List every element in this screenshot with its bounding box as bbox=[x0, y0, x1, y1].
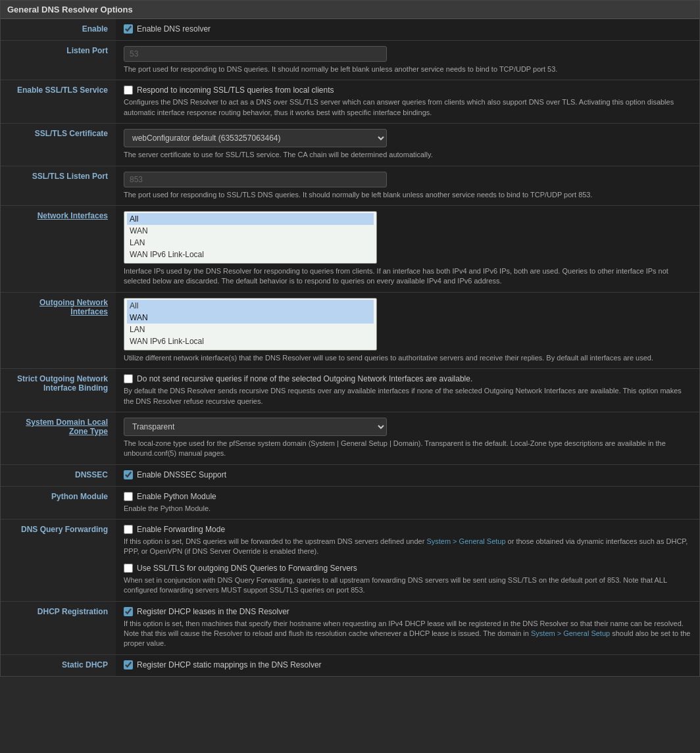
help-ssl-cert: The server certificate to use for SSL/TL… bbox=[124, 150, 691, 160]
listbox-outgoing-network-interfaces[interactable]: All WAN LAN WAN IPv6 Link-Local LAN IPv6… bbox=[124, 298, 377, 351]
select-ssl-cert[interactable]: webConfigurator default (6353257063464) bbox=[124, 129, 387, 147]
label-ssl-tls-service: Enable SSL/TLS Service bbox=[1, 80, 116, 124]
help-dhcp-registration: If this option is set, then machines tha… bbox=[124, 619, 691, 649]
label-dhcp-registration: DHCP Registration bbox=[1, 601, 116, 654]
help-ssl-listen-port: The port used for responding to SSL/TLS … bbox=[124, 190, 691, 200]
input-listen-port[interactable] bbox=[124, 46, 387, 62]
panel-title: General DNS Resolver Options bbox=[1, 1, 699, 19]
content-enable: Enable DNS resolver bbox=[116, 19, 699, 41]
label-system-domain-zone: System Domain LocalZone Type bbox=[1, 412, 116, 464]
checkbox-static-dhcp[interactable] bbox=[124, 660, 133, 669]
label-dns-query-forwarding: DNS Query Forwarding bbox=[1, 520, 116, 602]
content-network-interfaces: All WAN LAN WAN IPv6 Link-Local LAN IPv6… bbox=[116, 205, 699, 292]
help-ssl-tls: Configures the DNS Resolver to act as a … bbox=[124, 97, 691, 118]
dns-resolver-options-panel: General DNS Resolver Options Enable Enab… bbox=[0, 0, 700, 677]
label-strict-outgoing: Strict Outgoing Network Interface Bindin… bbox=[1, 369, 116, 412]
checkbox-static-dhcp-label: Register DHCP static mappings in the DNS… bbox=[137, 660, 322, 669]
content-outgoing-network-interfaces: All WAN LAN WAN IPv6 Link-Local LAN IPv6… bbox=[116, 292, 699, 368]
link-system-general-setup[interactable]: System > General Setup bbox=[426, 537, 505, 545]
link-network-interfaces[interactable]: Network Interfaces bbox=[38, 211, 108, 220]
content-ssl-tls-service: Respond to incoming SSL/TLS queries from… bbox=[116, 80, 699, 124]
label-enable: Enable bbox=[1, 19, 116, 41]
content-dnssec: Enable DNSSEC Support bbox=[116, 464, 699, 486]
content-ssl-listen-port: The port used for responding to SSL/TLS … bbox=[116, 166, 699, 205]
help-outgoing-network-interfaces: Utilize different network interface(s) t… bbox=[124, 353, 691, 363]
label-dnssec: DNSSEC bbox=[1, 464, 116, 486]
row-enable: Enable Enable DNS resolver bbox=[1, 19, 699, 41]
input-ssl-listen-port[interactable] bbox=[124, 172, 387, 187]
label-ssl-listen-port: SSL/TLS Listen Port bbox=[1, 166, 116, 205]
checkbox-strict-outgoing[interactable] bbox=[124, 374, 133, 383]
row-system-domain-zone: System Domain LocalZone Type Transparent… bbox=[1, 412, 699, 464]
listbox-network-interfaces[interactable]: All WAN LAN WAN IPv6 Link-Local LAN IPv6… bbox=[124, 211, 377, 264]
checkbox-enable-dns-label: Enable DNS resolver bbox=[137, 24, 211, 34]
checkbox-enable-dns[interactable] bbox=[124, 24, 133, 34]
content-ssl-cert: webConfigurator default (6353257063464) … bbox=[116, 124, 699, 166]
row-outgoing-network-interfaces: Outgoing NetworkInterfaces All WAN LAN W… bbox=[1, 292, 699, 368]
row-dns-query-forwarding: DNS Query Forwarding Enable Forwarding M… bbox=[1, 520, 699, 602]
row-ssl-tls-service: Enable SSL/TLS Service Respond to incomi… bbox=[1, 80, 699, 124]
checkbox-dnssec-label: Enable DNSSEC Support bbox=[137, 470, 226, 479]
label-listen-port: Listen Port bbox=[1, 41, 116, 80]
checkbox-ssl-tls-label: Respond to incoming SSL/TLS queries from… bbox=[137, 85, 334, 95]
label-ssl-cert: SSL/TLS Certificate bbox=[1, 124, 116, 166]
select-system-domain-zone[interactable]: Transparent Static Typetransparent Redir… bbox=[124, 418, 387, 436]
row-network-interfaces: Network Interfaces All WAN LAN WAN IPv6 … bbox=[1, 205, 699, 292]
row-ssl-listen-port: SSL/TLS Listen Port The port used for re… bbox=[1, 166, 699, 205]
row-listen-port: Listen Port The port used for responding… bbox=[1, 41, 699, 80]
help-network-interfaces: Interface IPs used by the DNS Resolver f… bbox=[124, 266, 691, 287]
row-ssl-cert: SSL/TLS Certificate webConfigurator defa… bbox=[1, 124, 699, 166]
label-network-interfaces: Network Interfaces bbox=[1, 205, 116, 292]
content-dns-query-forwarding: Enable Forwarding Mode If this option is… bbox=[116, 520, 699, 602]
help-strict-outgoing: By default the DNS Resolver sends recurs… bbox=[124, 386, 691, 406]
checkbox-ssl-tls-forwarding[interactable] bbox=[124, 564, 133, 573]
checkbox-ssl-tls-forwarding-label: Use SSL/TLS for outgoing DNS Queries to … bbox=[137, 564, 357, 573]
content-listen-port: The port used for responding to DNS quer… bbox=[116, 41, 699, 80]
help-python-module: Enable the Python Module. bbox=[124, 504, 691, 514]
content-dhcp-registration: Register DHCP leases in the DNS Resolver… bbox=[116, 601, 699, 654]
help-dns-query-forwarding: If this option is set, DNS queries will … bbox=[124, 537, 691, 557]
label-python-module: Python Module bbox=[1, 486, 116, 519]
row-dnssec: DNSSEC Enable DNSSEC Support bbox=[1, 464, 699, 486]
checkbox-forwarding-mode-label: Enable Forwarding Mode bbox=[137, 525, 225, 534]
content-system-domain-zone: Transparent Static Typetransparent Redir… bbox=[116, 412, 699, 464]
link-system-general-setup-dhcp[interactable]: System > General Setup bbox=[531, 629, 610, 637]
content-python-module: Enable Python Module Enable the Python M… bbox=[116, 486, 699, 519]
checkbox-dhcp-registration-label: Register DHCP leases in the DNS Resolver bbox=[137, 607, 289, 616]
checkbox-forwarding-mode[interactable] bbox=[124, 525, 133, 534]
checkbox-dhcp-registration[interactable] bbox=[124, 607, 133, 616]
help-ssl-tls-forwarding: When set in conjunction with DNS Query F… bbox=[124, 575, 691, 596]
row-strict-outgoing: Strict Outgoing Network Interface Bindin… bbox=[1, 369, 699, 412]
link-outgoing-network-interfaces[interactable]: Outgoing NetworkInterfaces bbox=[39, 298, 108, 316]
link-system-domain-zone[interactable]: System Domain LocalZone Type bbox=[26, 418, 108, 436]
row-python-module: Python Module Enable Python Module Enabl… bbox=[1, 486, 699, 519]
content-static-dhcp: Register DHCP static mappings in the DNS… bbox=[116, 654, 699, 676]
checkbox-python-module[interactable] bbox=[124, 492, 133, 501]
label-static-dhcp: Static DHCP bbox=[1, 654, 116, 676]
help-system-domain-zone: The local-zone type used for the pfSense… bbox=[124, 439, 691, 459]
checkbox-python-module-label: Enable Python Module bbox=[137, 492, 216, 501]
help-listen-port: The port used for responding to DNS quer… bbox=[124, 64, 691, 74]
content-strict-outgoing: Do not send recursive queries if none of… bbox=[116, 369, 699, 412]
options-table: Enable Enable DNS resolver Listen Port T… bbox=[1, 19, 699, 676]
label-outgoing-network-interfaces: Outgoing NetworkInterfaces bbox=[1, 292, 116, 368]
checkbox-ssl-tls[interactable] bbox=[124, 85, 133, 95]
checkbox-strict-outgoing-label: Do not send recursive queries if none of… bbox=[137, 374, 472, 383]
row-dhcp-registration: DHCP Registration Register DHCP leases i… bbox=[1, 601, 699, 654]
checkbox-dnssec[interactable] bbox=[124, 470, 133, 479]
row-static-dhcp: Static DHCP Register DHCP static mapping… bbox=[1, 654, 699, 676]
